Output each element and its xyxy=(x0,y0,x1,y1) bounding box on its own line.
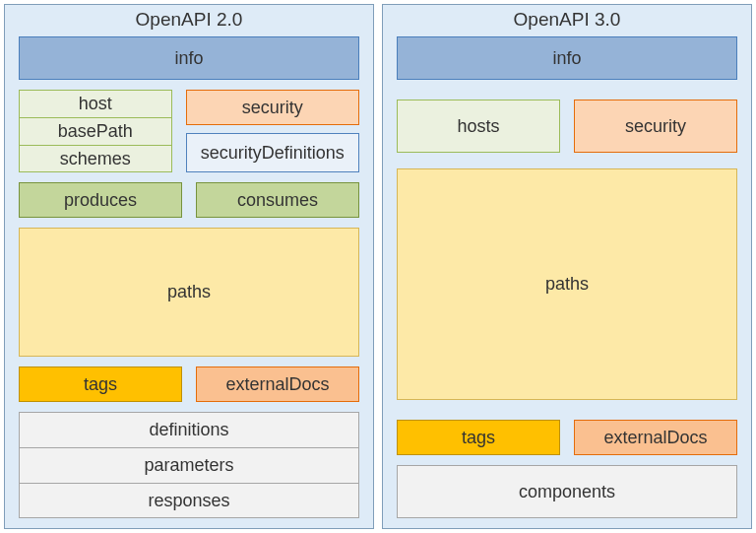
block-info: info xyxy=(19,36,359,80)
block-schemes: schemes xyxy=(19,145,172,172)
block-components: components xyxy=(397,465,737,518)
block-security: security xyxy=(186,90,359,125)
block-tags: tags xyxy=(19,366,182,402)
stack-defs: definitions parameters responses xyxy=(19,412,359,518)
panel-title-left: OpenAPI 2.0 xyxy=(5,5,373,36)
block-basepath: basePath xyxy=(19,117,172,145)
block-host: host xyxy=(19,90,172,117)
row-hosts-security: hosts security xyxy=(397,100,737,153)
block-securitydefinitions: securityDefinitions xyxy=(186,133,359,172)
block-info-3: info xyxy=(397,36,737,80)
stack-host: host basePath schemes xyxy=(19,90,172,172)
comparison-diagram: OpenAPI 2.0 info host basePath schemes s… xyxy=(4,4,752,529)
panel-openapi-3: OpenAPI 3.0 info hosts security paths ta… xyxy=(382,4,752,529)
panel-openapi-2: OpenAPI 2.0 info host basePath schemes s… xyxy=(4,4,374,529)
row-host-security: host basePath schemes security securityD… xyxy=(19,90,359,172)
block-tags-3: tags xyxy=(397,420,560,455)
block-paths-3: paths xyxy=(397,168,737,400)
block-definitions: definitions xyxy=(19,412,359,447)
block-produces: produces xyxy=(19,182,182,218)
block-paths: paths xyxy=(19,228,359,357)
block-security-3: security xyxy=(574,100,737,153)
block-externaldocs-3: externalDocs xyxy=(574,420,737,455)
block-responses: responses xyxy=(19,483,359,518)
stack-security: security securityDefinitions xyxy=(186,90,359,172)
row-tags-externaldocs: tags externalDocs xyxy=(19,366,359,402)
panel-content-left: info host basePath schemes security secu… xyxy=(5,36,373,528)
row-produces-consumes: produces consumes xyxy=(19,182,359,218)
panel-content-right: info hosts security paths tags externalD… xyxy=(383,36,751,528)
block-consumes: consumes xyxy=(196,182,359,218)
block-parameters: parameters xyxy=(19,447,359,483)
row-tags-externaldocs-3: tags externalDocs xyxy=(397,420,737,455)
panel-title-right: OpenAPI 3.0 xyxy=(383,5,751,36)
block-externaldocs: externalDocs xyxy=(196,366,359,402)
block-hosts: hosts xyxy=(397,100,560,153)
